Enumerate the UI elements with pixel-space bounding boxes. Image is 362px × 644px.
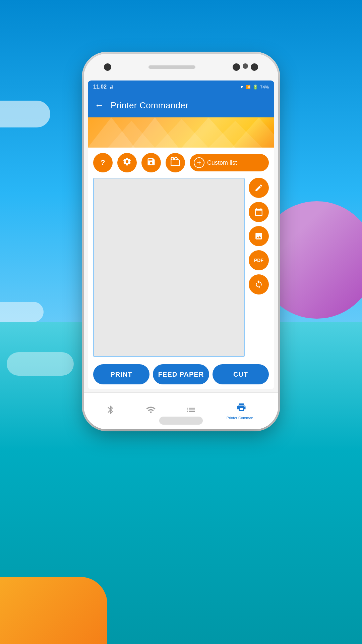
print-button[interactable]: PRINT xyxy=(93,364,149,384)
custom-list-label: Custom list xyxy=(207,159,237,166)
help-icon: ? xyxy=(101,158,105,167)
upload-button[interactable] xyxy=(166,153,185,172)
plus-icon xyxy=(194,157,204,168)
upload-icon xyxy=(171,157,180,169)
app-title: Printer Commander xyxy=(111,100,188,111)
printer-nav-label: Printer Comman... xyxy=(227,416,256,420)
sensor-dot-3 xyxy=(251,63,258,71)
nav-bluetooth[interactable] xyxy=(106,405,116,417)
canvas-area: PDF xyxy=(88,175,274,360)
side-tools: PDF xyxy=(249,178,269,357)
home-pill xyxy=(159,417,203,425)
printer-nav-icon xyxy=(236,402,246,415)
sensor-dot-1 xyxy=(233,63,240,71)
app-bar: ← Printer Commander xyxy=(88,93,274,117)
sensor-group xyxy=(233,63,258,71)
bluetooth-icon xyxy=(106,405,116,417)
status-time: 11.02 xyxy=(93,84,107,90)
battery-percent: 74% xyxy=(260,85,269,90)
settings-button[interactable] xyxy=(117,153,137,172)
battery-icon: 🔋 xyxy=(253,85,258,90)
sync-tool-button[interactable] xyxy=(249,274,269,294)
image-tool-button[interactable] xyxy=(249,226,269,246)
custom-list-button[interactable]: Custom list xyxy=(190,154,269,171)
print-status-icon: 🖨 xyxy=(109,84,114,90)
nav-printer[interactable]: Printer Comman... xyxy=(227,402,256,420)
help-button[interactable]: ? xyxy=(93,153,113,172)
banner xyxy=(88,117,274,148)
back-button[interactable]: ← xyxy=(95,100,104,111)
cut-button[interactable]: CUT xyxy=(213,364,269,384)
cloud-3 xyxy=(7,352,74,376)
speaker-grille xyxy=(148,65,195,69)
edit-tool-button[interactable] xyxy=(249,178,269,198)
bottom-buttons: PRINT FEED PAPER CUT xyxy=(88,360,274,389)
sensor-dot-2 xyxy=(243,63,248,69)
canvas-paper[interactable] xyxy=(93,178,245,357)
toolbar-row: ? xyxy=(88,148,274,175)
main-content: ? xyxy=(88,148,274,389)
wifi-icon xyxy=(146,405,156,417)
signal-bars-icon: 📶 xyxy=(246,85,251,89)
nav-list[interactable] xyxy=(186,405,196,417)
pdf-tool-button[interactable]: PDF xyxy=(249,250,269,270)
phone-frame: 11.02 🖨 ▼ 📶 🔋 74% ← Printer Commander xyxy=(84,54,278,429)
phone-screen: 11.02 🖨 ▼ 📶 🔋 74% ← Printer Commander xyxy=(88,80,274,389)
nav-wifi[interactable] xyxy=(146,405,156,417)
calendar-tool-button[interactable] xyxy=(249,202,269,222)
status-bar: 11.02 🖨 ▼ 📶 🔋 74% xyxy=(88,80,274,93)
ground xyxy=(0,577,107,644)
pdf-label: PDF xyxy=(254,258,263,263)
save-icon xyxy=(146,157,156,169)
status-icons: ▼ 📶 🔋 74% xyxy=(240,85,269,90)
phone-wrapper: 11.02 🖨 ▼ 📶 🔋 74% ← Printer Commander xyxy=(84,54,278,429)
list-icon xyxy=(186,405,196,417)
wifi-signal-icon: ▼ xyxy=(240,85,244,90)
front-camera xyxy=(104,63,111,71)
feed-paper-button[interactable]: FEED PAPER xyxy=(153,364,209,384)
phone-top-bar xyxy=(84,54,278,80)
save-button[interactable] xyxy=(141,153,161,172)
cloud-2 xyxy=(0,302,44,322)
banner-svg xyxy=(88,117,274,148)
settings-icon xyxy=(122,157,132,169)
cloud-1 xyxy=(0,101,50,127)
